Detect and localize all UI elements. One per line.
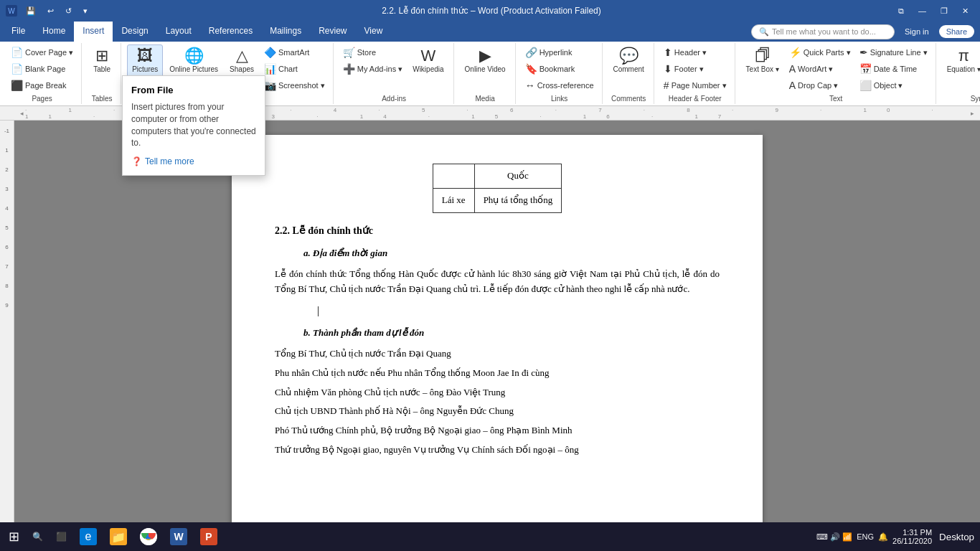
header-button[interactable]: ⬆ Header ▾ [660,44,730,60]
hyperlink-button[interactable]: 🔗 Hyperlink [522,44,598,60]
smartart-button[interactable]: 🔷 SmartArt [260,44,329,60]
list-item-4[interactable]: Chủ tịch UBND Thành phố Hà Nội – ông Ngu… [275,404,720,419]
group-comments: 💬 Comment Comments [604,43,654,104]
list-item-2[interactable]: Phu nhân Chủ tịch nước nếu Phu nhân Tổng… [275,366,720,381]
show-desktop-button[interactable]: Desktop [936,530,977,544]
customize-qat-button[interactable]: ▾ [80,5,90,17]
share-button[interactable]: Share [939,25,974,38]
explorer-button[interactable]: 📁 [104,525,133,548]
undo-button[interactable]: ↩ [44,5,57,17]
tab-review[interactable]: Review [310,22,355,42]
cross-reference-button[interactable]: ↔ Cross-reference [522,77,598,93]
wikipedia-button[interactable]: W Wikipedia [407,44,448,77]
cursor-paragraph[interactable] [318,303,720,319]
date-time-button[interactable]: 📅 Date & Time [856,61,931,77]
folder-icon: 📁 [110,528,127,545]
tell-me-more-link[interactable]: ❓ Tell me more [131,156,256,166]
word-taskbar-button[interactable]: W [164,525,193,548]
tab-file[interactable]: File [3,22,34,42]
page-break-button[interactable]: ⬛ Page Break [7,77,77,93]
doc-content[interactable]: Quốc Lái xe Phụ tá tổng thống 2.2. Lễ đó… [14,121,980,551]
search-icon: 🔍 [32,532,43,542]
table-row: Quốc [433,164,561,189]
wikipedia-icon: W [420,48,435,64]
addins-items: 🛒 Store ➕ My Add-ins ▾ W Wikipedia [339,44,449,93]
quick-parts-button[interactable]: ⚡ Quick Parts ▾ [786,44,854,60]
wordart-button[interactable]: A WordArt ▾ [786,61,854,77]
tab-design[interactable]: Design [113,22,156,42]
shapes-button[interactable]: △ Shapes [225,44,259,77]
bookmark-button[interactable]: 🔖 Bookmark [522,61,598,77]
store-button[interactable]: 🛒 Store [339,44,406,60]
tray-icons: ⌨ 🔊 📶 [816,532,852,542]
paragraph-1[interactable]: Lễ đón chính thức Tổng thống Hàn Quốc đư… [275,267,720,297]
tab-view[interactable]: View [356,22,392,42]
task-view-icon: ⬛ [56,532,67,542]
edge-button[interactable]: e [74,525,103,548]
list-item-6[interactable]: Thứ trưởng Bộ Ngoại giao, nguyên Vụ trưở… [275,443,720,458]
windows-icon: ⊞ [9,529,19,545]
screenshot-button[interactable]: 📷 Screenshot ▾ [260,77,329,93]
equation-button[interactable]: π Equation ▾ [942,44,980,77]
shapes-icon: △ [236,48,248,64]
pages-col: 📄 Cover Page ▾ 📄 Blank Page ⬛ Page Break [7,44,77,93]
tell-me-bar[interactable]: 🔍 Tell me what you want to do... [751,24,895,39]
table-cell: Phụ tá tổng thống [474,188,562,212]
powerpoint-taskbar-button[interactable]: P [194,525,223,548]
tab-mailings[interactable]: Mailings [261,22,310,42]
close-button[interactable]: ✕ [956,4,974,19]
drop-cap-button[interactable]: A Drop Cap ▾ [786,77,854,93]
tell-me-text: Tell me what you want to do... [772,27,876,36]
taskbar-right: ⌨ 🔊 📶 ENG 🔔 1:31 PM 26/11/2020 Desktop [816,528,977,545]
table-button[interactable]: ⊞ Table [88,44,116,77]
minimize-button[interactable]: — [913,4,932,18]
tab-layout[interactable]: Layout [157,22,200,42]
list-item-1[interactable]: Tổng Bí Thư, Chủ tịch nước Trần Đại Quan… [275,347,720,362]
tab-home[interactable]: Home [34,22,74,42]
illus-col2: 🔷 SmartArt 📊 Chart 📷 Screenshot ▾ [260,44,329,93]
task-view-button[interactable]: ⬛ [50,529,72,545]
group-addins: 🛒 Store ➕ My Add-ins ▾ W Wikipedia Add-i… [335,43,454,104]
my-addins-button[interactable]: ➕ My Add-ins ▾ [339,61,406,77]
ribbon-tabs: File Home Insert Design Layout Reference… [0,22,394,42]
search-button[interactable]: 🔍 [27,529,49,545]
restore-down-button[interactable]: ⧉ [892,4,910,19]
sub-heading-a: a. Địa điểm thời gian [303,246,720,261]
date-display: 26/11/2020 [892,537,932,545]
text-box-button[interactable]: 🗍 Text Box ▾ [741,44,784,77]
footer-button[interactable]: ⬇ Footer ▾ [660,61,730,77]
redo-button[interactable]: ↺ [62,5,75,17]
document-page[interactable]: Quốc Lái xe Phụ tá tổng thống 2.2. Lễ đó… [232,135,763,551]
maximize-button[interactable]: ❐ [935,4,953,19]
sign-in-button[interactable]: Sign in [900,26,933,37]
object-button[interactable]: ⬜ Object ▾ [856,77,931,93]
doc-table: Quốc Lái xe Phụ tá tổng thống [433,164,562,213]
tab-insert[interactable]: Insert [74,22,113,42]
tables-items: ⊞ Table [88,44,116,93]
online-pictures-button[interactable]: 🌐 Online Pictures [164,44,223,77]
hf-col: ⬆ Header ▾ ⬇ Footer ▾ # Page Number ▾ [660,44,730,93]
group-links: 🔗 Hyperlink 🔖 Bookmark ↔ Cross-reference… [517,43,603,104]
cover-page-button[interactable]: 📄 Cover Page ▾ [7,44,77,60]
page-number-button[interactable]: # Page Number ▾ [660,77,730,93]
save-button[interactable]: 💾 [23,5,39,17]
comments-items: 💬 Comment [608,44,649,93]
pictures-button[interactable]: 🖼 Pictures [127,44,163,77]
titlebar-left: W 💾 ↩ ↺ ▾ [6,5,90,17]
comment-button[interactable]: 💬 Comment [608,44,649,77]
notification-icon[interactable]: 🔔 [878,532,888,542]
comments-label: Comments [611,93,646,103]
table-row: Lái xe Phụ tá tổng thống [433,188,561,212]
tab-references[interactable]: References [200,22,261,42]
tooltip-popup: From File Insert pictures from your comp… [122,75,265,176]
start-button[interactable]: ⊞ [3,526,25,547]
chrome-button[interactable] [134,525,163,548]
list-item-5[interactable]: Phó Thủ tướng Chính phủ, Bộ trưởng Bộ Ng… [275,423,720,438]
online-video-button[interactable]: ▶ Online Video [460,44,511,77]
blank-page-button[interactable]: 📄 Blank Page [7,61,77,77]
language-tray[interactable]: ENG [857,532,874,541]
signature-line-button[interactable]: ✒ Signature Line ▾ [856,44,931,60]
chart-button[interactable]: 📊 Chart [260,61,329,77]
list-item-3[interactable]: Chủ nhiệm Văn phòng Chủ tịch nước – ông … [275,385,720,400]
chrome-icon [140,528,157,545]
